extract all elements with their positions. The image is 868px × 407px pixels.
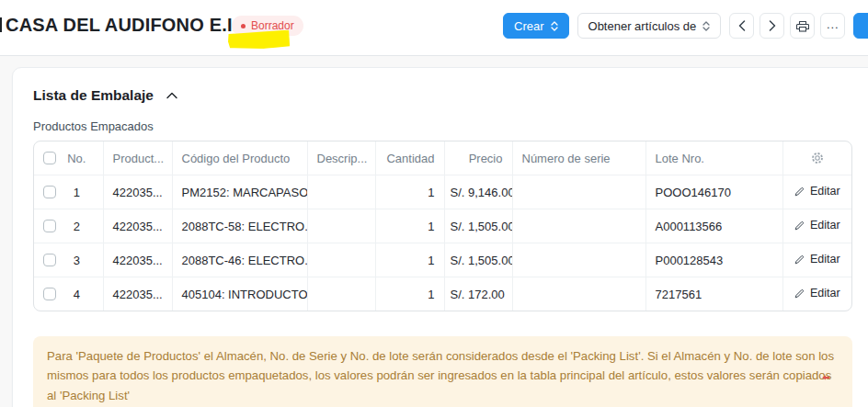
edit-row-label: Editar [810, 253, 840, 266]
col-codigo: Código del Producto [172, 141, 307, 175]
cell-serie[interactable] [512, 277, 645, 311]
chevron-updown-icon [702, 21, 710, 31]
row-checkbox[interactable] [43, 254, 56, 266]
col-product: Product... [103, 141, 172, 175]
packing-list-card: Lista de Embalaje Productos Empacados No… [12, 67, 868, 407]
table-header-row: No. Product... Código del Producto Descr… [34, 141, 851, 175]
chevron-updown-icon [551, 21, 558, 31]
edit-row-label: Editar [810, 287, 840, 300]
cell-product[interactable]: 422035... [103, 209, 172, 243]
table-row[interactable]: 2 422035... 2088TC-58: ELECTRO... 1 S/. … [34, 209, 851, 243]
prev-button[interactable] [729, 13, 754, 39]
clipped-letter-fragment [0, 17, 2, 32]
cell-codigo[interactable]: 2088TC-58: ELECTRO... [172, 209, 307, 243]
cell-cantidad[interactable]: 1 [375, 277, 444, 311]
red-annotation-mark [822, 375, 829, 380]
pencil-icon [794, 187, 805, 197]
packing-list-info-message: Para 'Paquete de Productos' el Almacén, … [33, 336, 852, 407]
row-index: 2 [56, 220, 103, 233]
cell-precio[interactable]: S/. 1,505.00 [444, 209, 512, 243]
page-title: CASA DEL AUDIFONO E.I.R.L [6, 15, 268, 36]
printer-icon [796, 20, 809, 32]
edit-row-button[interactable]: Editar [794, 253, 840, 266]
obtener-articulos-label: Obtener artículos de [588, 19, 697, 33]
cell-cantidad[interactable]: 1 [375, 175, 444, 209]
col-cantidad: Cantidad [375, 141, 444, 175]
edit-row-button[interactable]: Editar [794, 185, 840, 198]
cell-codigo[interactable]: 405104: INTRODUCTO... [172, 277, 307, 311]
row-index: 3 [56, 254, 103, 267]
cell-serie[interactable] [512, 243, 645, 277]
cell-lote[interactable]: POOO146170 [645, 175, 782, 209]
cell-codigo[interactable]: 2088TC-46: ELECTRO... [172, 243, 307, 277]
pencil-icon [794, 254, 805, 265]
status-dot-icon [241, 24, 246, 28]
products-packed-label: Productos Empacados [33, 119, 154, 133]
cell-serie[interactable] [512, 175, 645, 209]
collapse-chevron-icon[interactable] [166, 92, 177, 99]
app-header: CASA DEL AUDIFONO E.I.R.L Borrador Crear… [0, 0, 868, 56]
cell-descrip[interactable] [307, 209, 375, 243]
next-button[interactable] [760, 13, 784, 39]
row-checkbox[interactable] [43, 220, 56, 232]
row-index: 1 [56, 186, 103, 199]
row-checkbox[interactable] [43, 186, 56, 198]
column-settings-button[interactable] [783, 152, 852, 164]
section-header[interactable]: Lista de Embalaje [33, 87, 177, 104]
table-row[interactable]: 4 422035... 405104: INTRODUCTO... 1 S/. … [34, 277, 851, 311]
toolbar: Crear Obtener artículos de [503, 13, 868, 39]
cell-precio[interactable]: S/. 9,146.00 [444, 175, 512, 209]
cell-product[interactable]: 422035... [103, 277, 172, 311]
edit-row-button[interactable]: Editar [794, 287, 840, 300]
cell-descrip[interactable] [307, 277, 375, 311]
crear-button-label: Crear [514, 19, 544, 33]
cell-lote[interactable]: 7217561 [645, 277, 782, 311]
col-lote: Lote Nro. [645, 141, 782, 175]
pencil-icon [794, 288, 805, 299]
chevron-right-icon [769, 20, 776, 31]
ellipsis-icon: ... [827, 17, 839, 31]
cell-precio[interactable]: S/. 1,505.00 [444, 243, 512, 277]
table-row[interactable]: 1 422035... PM2152: MARCAPASO ... 1 S/. … [34, 175, 851, 209]
edit-row-label: Editar [810, 219, 840, 232]
edit-row-button[interactable]: Editar [794, 219, 840, 232]
cell-descrip[interactable] [307, 243, 375, 277]
cell-product[interactable]: 422035... [103, 243, 172, 277]
col-no: No. [56, 152, 103, 165]
crear-button[interactable]: Crear [503, 13, 569, 39]
cell-codigo[interactable]: PM2152: MARCAPASO ... [172, 175, 307, 209]
cell-lote[interactable]: A000113566 [645, 209, 782, 243]
col-serie: Número de serie [512, 141, 645, 175]
row-index: 4 [56, 288, 103, 301]
cell-cantidad[interactable]: 1 [375, 243, 444, 277]
cell-serie[interactable] [512, 209, 645, 243]
chevron-left-icon [738, 20, 746, 31]
obtener-articulos-button[interactable]: Obtener artículos de [577, 13, 722, 39]
section-title-label: Lista de Embalaje [33, 87, 154, 104]
gear-icon [811, 152, 824, 164]
cell-cantidad[interactable]: 1 [375, 209, 444, 243]
menu-button[interactable]: ... [820, 13, 845, 39]
col-descrip: Descrip... [307, 141, 375, 175]
row-checkbox[interactable] [43, 288, 56, 300]
table-row[interactable]: 3 422035... 2088TC-46: ELECTRO... 1 S/. … [34, 243, 851, 277]
edit-row-label: Editar [810, 185, 840, 198]
cell-descrip[interactable] [307, 175, 375, 209]
cell-lote[interactable]: P000128543 [645, 243, 782, 277]
enviar-button[interactable]: Enviar [853, 13, 868, 39]
packed-items-table: No. Product... Código del Producto Descr… [33, 141, 852, 311]
print-button[interactable] [790, 13, 815, 39]
cell-precio[interactable]: S/. 172.00 [444, 277, 512, 311]
col-precio: Precio [444, 141, 512, 175]
select-all-checkbox[interactable] [43, 152, 56, 164]
cell-product[interactable]: 422035... [103, 175, 172, 209]
pencil-icon [794, 220, 805, 231]
